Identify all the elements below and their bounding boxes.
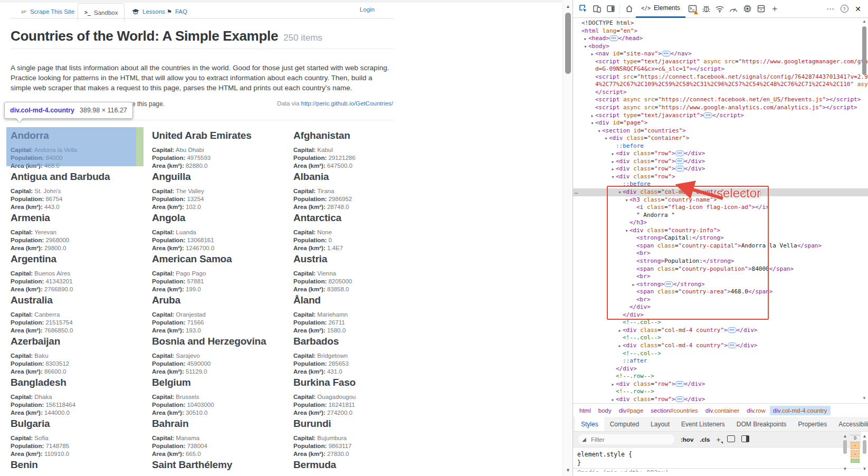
chevron-right-icon[interactable]: ▸ [610,381,616,389]
dom-tree-line[interactable]: <span class="country-capital">Andorra la… [573,242,868,250]
scroll-up-icon[interactable]: ▲ [861,19,868,24]
class-toggle[interactable]: .cls [700,436,710,443]
scroll-up-icon[interactable]: ▲ [861,434,868,439]
dom-tree-line[interactable]: ::after [573,357,868,365]
dom-tree-line[interactable]: </div> [573,365,868,373]
console-icon[interactable] [685,2,699,16]
dom-tree-line[interactable]: <span class="country-area">468.0</span> [573,288,868,296]
scrollbar-thumb[interactable] [863,440,866,454]
tab-computed[interactable]: Computed [604,417,645,431]
issues-bug-icon[interactable] [699,2,713,16]
computed-sidebar-toggle-icon[interactable] [741,435,749,443]
dom-tree-line[interactable]: " Andorra " [573,212,868,220]
dom-tree-line[interactable]: <html lang="en"> [573,27,868,35]
chevron-right-icon[interactable]: ▸ [589,112,595,120]
chevron-right-icon[interactable]: ▸ [589,51,595,59]
data-credit-link[interactable]: http://peric.github.io/GetCountries/ [301,100,393,107]
performance-icon[interactable] [727,2,740,16]
dom-tree-line[interactable]: <span class="country-population">84000</… [573,265,868,273]
dom-tree-line[interactable]: ▾<div class="container"> [573,135,868,142]
breadcrumb-div#page[interactable]: div#page [616,406,647,415]
breadcrumb-section#countries[interactable]: section#countries [647,406,701,415]
breadcrumb-div.container[interactable]: div.container [702,406,742,415]
dom-tree-line[interactable]: </div> [573,311,868,319]
more-actions-icon[interactable]: … [575,188,579,196]
tab-layout[interactable]: Layout [645,417,675,431]
element-style-open[interactable]: element.style { [577,450,857,459]
dom-tree-line[interactable]: ▾<div class="country-info"> [573,227,868,235]
breadcrumb-div.row[interactable]: div.row [743,406,769,415]
box-model-scrollbar[interactable]: ▲ ▼ [861,434,868,474]
dom-tree-line[interactable]: ▸<strong></strong> [573,281,868,289]
dom-tree-line[interactable]: </div> [573,303,868,311]
dom-tree-line[interactable]: <strong>Capital:</strong> [573,234,868,242]
memory-icon[interactable] [740,2,754,16]
style-filter-input[interactable] [578,434,674,444]
dom-tree-line[interactable]: <!--.col--> [573,350,868,358]
application-icon[interactable] [754,2,768,16]
breadcrumb-body[interactable]: body [595,406,615,415]
page-scrollbar[interactable]: ▲ ▼ [562,0,573,476]
dom-tree-line[interactable]: ▾<section id="countries"> [573,127,868,135]
close-devtools-icon[interactable]: ✕ [851,2,865,16]
dom-tree-line[interactable]: ▸<div class="row"></div> [573,150,868,158]
dom-tree-line[interactable]: <script type="text/javascript" async src… [573,58,868,66]
dom-tree-line[interactable]: ▸<script type="text/javascript"></script… [573,112,868,120]
device-emulation-icon[interactable] [590,2,604,16]
dom-tree-line[interactable]: <!--.row--> [573,373,868,380]
scroll-down-icon[interactable]: ▼ [861,467,868,471]
dom-tree-line[interactable]: d=G-09N5RQCFG4&cx=c&_slc=1"></script> [573,65,868,73]
chevron-down-icon[interactable]: ▾ [589,120,595,128]
dom-tree-line[interactable]: <i class="flag-icon flag-icon-ad"></i> [573,204,868,212]
tab-properties[interactable]: Properties [793,417,833,431]
chevron-right-icon[interactable]: ▸ [610,150,616,158]
dom-tree-line[interactable]: ▸<div class="col-md-4 country"></div> [573,342,868,350]
dom-tree-line[interactable]: </h3> [573,219,868,227]
tab-elements[interactable]: </> Elements [636,0,685,18]
login-link[interactable]: Login [360,6,375,13]
chevron-right-icon[interactable]: ▸ [617,342,623,350]
dom-tree-line[interactable]: <br> [573,250,868,258]
dom-tree-line[interactable]: <br> [573,296,868,304]
dom-tree-line[interactable]: <!--.col--> [573,334,868,342]
breadcrumb-html[interactable]: html [576,406,594,415]
scroll-down-icon[interactable]: ▼ [861,396,868,401]
dom-tree-line[interactable]: ▸<div class="row"></div> [573,165,868,173]
chevron-right-icon[interactable]: ▸ [610,158,616,166]
chevron-right-icon[interactable]: ▸ [610,166,616,174]
dom-tree-line[interactable]: <!--.row--> [573,388,868,396]
chevron-down-icon[interactable]: ▾ [610,174,616,182]
dom-tree-line[interactable]: ▾<div class="col-md-4 country"> == $0… [573,188,868,196]
dom-tree-line[interactable]: ▾<div class="row"> [573,173,868,181]
scroll-up-icon[interactable]: ▲ [563,4,573,9]
scroll-down-icon[interactable]: ▼ [841,467,849,471]
dom-tree-line[interactable]: ▸<nav id="site-nav"></nav> [573,50,868,58]
breadcrumb-div.col-md-4.country[interactable]: div.col-md-4.country [770,406,831,415]
styles-pane-scrollbar[interactable]: ▲ ▼ [841,434,849,474]
tab-event-listeners[interactable]: Event Listeners [675,417,731,431]
chevron-down-icon[interactable]: ▾ [624,227,629,235]
dom-tree-line[interactable]: <!--.col--> [573,319,868,327]
chevron-right-icon[interactable]: ▸ [631,281,636,289]
chevron-down-icon[interactable]: ▾ [617,189,623,197]
chevron-down-icon[interactable]: ▾ [596,128,602,136]
dom-tree-line[interactable]: ::before [573,142,868,150]
tab-accessibility[interactable]: Accessibility [833,417,868,431]
dom-tree-line[interactable]: <script src="https://connect.facebook.ne… [573,73,868,81]
tab-styles[interactable]: Styles [575,417,604,431]
tab-dom-breakpoints[interactable]: DOM Breakpoints [731,417,793,431]
dom-tree-line[interactable]: ▸<div class="row"></div> [573,396,868,404]
dom-tree-line[interactable]: ▾<h3 class="country-name"> [573,196,868,204]
scroll-up-icon[interactable]: ▲ [841,434,849,439]
dock-side-icon[interactable] [604,2,617,16]
dom-tree-line[interactable]: ▸<div class="col-md-4 country"></div> [573,327,868,335]
dom-tree-line[interactable]: <!DOCTYPE html> [573,20,868,27]
dom-tree-line[interactable]: ▸<head></head> [573,35,868,43]
chevron-right-icon[interactable]: ▸ [617,327,623,335]
dom-scrollbar-thumb[interactable] [862,26,866,75]
dom-tree-line[interactable]: <script async src="https://connect.faceb… [573,96,868,104]
dom-tree-line[interactable]: ▸<div class="row"></div> [573,380,868,388]
dom-tree-scrollbar[interactable]: ▲ ▼ [861,18,868,403]
more-options-icon[interactable]: ⋯ [824,2,837,16]
page-scrollbar-thumb[interactable] [565,13,571,74]
